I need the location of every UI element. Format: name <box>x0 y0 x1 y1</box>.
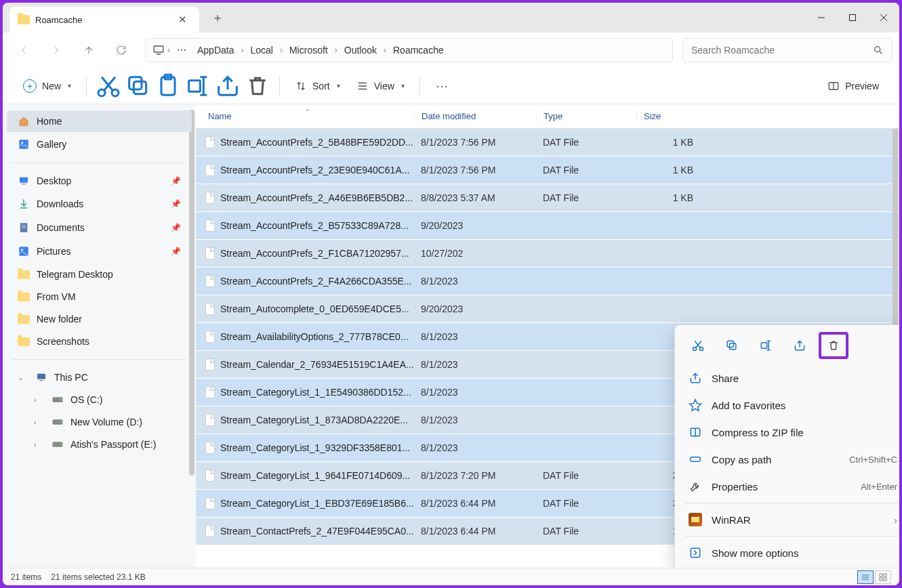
file-type: DAT File <box>536 137 636 148</box>
file-row[interactable]: Stream_AccountPrefs_2_5B48BFE59D2DD...8/… <box>196 129 899 156</box>
tab-roamcache[interactable]: Roamcache ✕ <box>9 7 199 33</box>
file-date: 8/1/2023 <box>414 442 536 453</box>
chevron-right-icon[interactable]: › <box>384 45 386 55</box>
file-icon <box>205 275 215 287</box>
file-row[interactable]: Stream_AccountPrefs_2_A46E9B6EB5DB2...8/… <box>196 184 899 212</box>
ctx-cut-button[interactable] <box>683 332 713 359</box>
file-row[interactable]: Stream_AccountPrefs_2_F4A266CDA355E...8/… <box>196 268 899 295</box>
file-row[interactable]: Stream_AccountPrefs_2_F1CBA71202957...10… <box>196 240 899 268</box>
sidebar-item-desktop[interactable]: Desktop📌 <box>7 170 192 192</box>
chevron-right-icon[interactable]: › <box>34 396 45 404</box>
preview-button[interactable]: Preview <box>821 76 886 96</box>
file-row[interactable]: Stream_AccountPrefs_2_B57533C89A728...9/… <box>196 212 899 240</box>
ctx-share-button[interactable] <box>785 332 815 359</box>
breadcrumb-ellipsis[interactable]: ⋯ <box>173 42 190 58</box>
column-header-size[interactable]: Size <box>636 111 703 121</box>
column-header-name[interactable]: Name⌃ <box>196 111 414 121</box>
chevron-right-icon[interactable]: › <box>34 418 45 426</box>
icons-view-button[interactable] <box>875 570 891 584</box>
ctx-item-label: WinRAR <box>712 514 751 526</box>
sidebar-item-thispc[interactable]: ⌄ This PC <box>7 366 192 388</box>
zip-icon <box>689 425 702 439</box>
file-icon <box>205 469 215 482</box>
more-button[interactable]: ⋯ <box>428 74 455 98</box>
file-row[interactable]: Stream_Autocomplete_0_0ED659E4DCE5...9/2… <box>196 295 899 323</box>
svg-point-26 <box>21 142 23 144</box>
sidebar-item-drive[interactable]: ›Atish's Passport (E:) <box>7 434 192 455</box>
sidebar-item-home[interactable]: Home <box>7 110 192 132</box>
file-name: Stream_Autocomplete_0_0ED659E4DCE5... <box>220 303 409 314</box>
new-tab-button[interactable]: ＋ <box>211 9 224 26</box>
sidebar-item-drive[interactable]: ›OS (C:) <box>7 389 192 411</box>
search-box[interactable] <box>682 38 893 62</box>
chevron-right-icon[interactable]: › <box>34 440 45 448</box>
plus-circle-icon: + <box>23 79 37 93</box>
delete-button[interactable] <box>244 74 271 98</box>
home-icon <box>18 116 30 127</box>
forward-button[interactable] <box>42 38 70 62</box>
file-date: 9/20/2023 <box>414 220 536 231</box>
breadcrumb-outlook[interactable]: Outlook <box>340 42 381 58</box>
chevron-down-icon[interactable]: ⌄ <box>18 373 28 382</box>
status-bar: 21 items 21 items selected 23.1 KB <box>3 568 899 585</box>
sort-indicator-icon: ⌃ <box>305 108 310 115</box>
new-button[interactable]: + New ▾ <box>16 75 78 97</box>
details-view-button[interactable] <box>857 570 874 584</box>
chevron-right-icon[interactable]: › <box>335 45 337 55</box>
ctx-item-share[interactable]: Share <box>679 364 899 392</box>
file-row[interactable]: Stream_AccountPrefs_2_23E90E940C61A...8/… <box>196 156 899 184</box>
ctx-rename-button[interactable] <box>751 332 781 359</box>
up-button[interactable] <box>75 38 103 62</box>
sidebar-item-label: New folder <box>37 314 82 324</box>
close-button[interactable] <box>868 3 899 33</box>
breadcrumb-microsoft[interactable]: Microsoft <box>285 42 332 58</box>
column-header-date[interactable]: Date modified <box>414 111 536 121</box>
sidebar-item-new-folder[interactable]: New folder <box>7 308 192 330</box>
chevron-right-icon[interactable]: › <box>167 45 170 55</box>
breadcrumb-roamcache[interactable]: Roamcache <box>389 42 448 58</box>
address-bar[interactable]: › ⋯ AppData › Local › Microsoft › Outloo… <box>145 38 673 62</box>
ctx-item-copy-as-path[interactable]: Copy as pathCtrl+Shift+C <box>679 446 899 473</box>
maximize-button[interactable] <box>837 3 868 33</box>
back-button[interactable] <box>9 38 38 62</box>
sidebar-item-pictures[interactable]: Pictures📌 <box>7 240 192 263</box>
ctx-item-winrar[interactable]: WinRAR› <box>679 506 899 533</box>
cut-button[interactable] <box>95 74 122 98</box>
sidebar-item-drive[interactable]: ›New Volume (D:) <box>7 411 192 433</box>
file-name: Stream_AccountPrefs_2_B57533C89A728... <box>220 220 409 231</box>
share-button[interactable] <box>214 74 241 98</box>
ctx-item-label: Show more options <box>712 547 798 559</box>
view-button[interactable]: View ▾ <box>350 76 411 96</box>
refresh-button[interactable] <box>107 38 136 62</box>
ctx-item-show-more-options[interactable]: Show more options <box>679 539 899 566</box>
search-input[interactable] <box>691 45 873 56</box>
file-type: DAT File <box>536 526 636 537</box>
ctx-delete-button[interactable] <box>819 332 848 359</box>
chevron-right-icon[interactable]: › <box>241 45 243 55</box>
ctx-item-compress-to-zip-file[interactable]: Compress to ZIP file <box>679 419 899 446</box>
breadcrumb-local[interactable]: Local <box>246 42 276 58</box>
file-icon <box>205 497 215 509</box>
ctx-copy-button[interactable] <box>717 332 747 359</box>
sidebar-item-screenshots[interactable]: Screenshots <box>7 331 192 352</box>
minimize-button[interactable] <box>806 3 837 33</box>
column-header-type[interactable]: Type <box>536 111 636 121</box>
svg-line-45 <box>696 341 701 348</box>
breadcrumb-appdata[interactable]: AppData <box>193 42 238 58</box>
view-toggle-group <box>857 570 891 584</box>
ctx-item-add-to-favorites[interactable]: Add to Favorites <box>679 392 899 419</box>
folder-icon <box>18 270 30 279</box>
close-tab-button[interactable]: ✕ <box>174 12 191 27</box>
chevron-right-icon[interactable]: › <box>280 45 283 55</box>
copy-button[interactable] <box>125 74 152 98</box>
ctx-item-properties[interactable]: PropertiesAlt+Enter <box>679 473 899 500</box>
sort-button[interactable]: Sort ▾ <box>288 76 347 96</box>
sidebar-item-from-vm[interactable]: From VM <box>7 286 192 308</box>
sidebar-item-telegram-desktop[interactable]: Telegram Desktop <box>7 264 192 285</box>
sidebar-item-gallery[interactable]: Gallery <box>7 133 192 156</box>
paste-button[interactable] <box>155 74 182 98</box>
rename-button[interactable] <box>184 74 211 98</box>
sidebar-item-documents[interactable]: Documents📌 <box>7 216 192 239</box>
sidebar-item-downloads[interactable]: Downloads📌 <box>7 192 192 215</box>
sidebar-item-label: From VM <box>37 291 76 302</box>
